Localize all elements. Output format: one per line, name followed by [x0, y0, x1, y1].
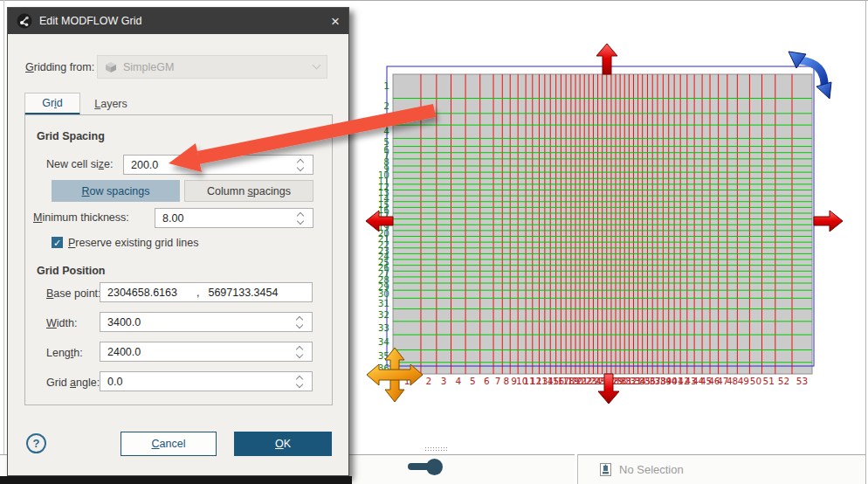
svg-text:3: 3: [441, 376, 447, 386]
window-bottom-shadow: [0, 476, 352, 484]
chevron-down-icon: [313, 61, 321, 70]
svg-text:49: 49: [738, 376, 749, 386]
modflow-grid-preview: 1234567891011121314151617181920212223242…: [378, 66, 814, 386]
length-input[interactable]: 2400.0: [100, 342, 313, 362]
minimum-thickness-label: Minimum thickness:: [33, 211, 129, 224]
grid-spacing-heading: Grid Spacing: [37, 130, 105, 142]
grid-angle-label: Grid angle:: [46, 377, 100, 389]
svg-text:33: 33: [378, 322, 389, 333]
minimum-thickness-input[interactable]: 8.00: [155, 208, 313, 228]
new-cell-size-label: New cell size:: [46, 158, 113, 170]
tab-grid[interactable]: Grid: [24, 93, 80, 115]
column-spacings-button[interactable]: Column spacings: [184, 180, 313, 202]
svg-text:7: 7: [495, 376, 501, 386]
spinner[interactable]: [297, 313, 307, 331]
question-mark-icon: ?: [33, 437, 40, 450]
dialog-title: Edit MODFLOW Grid: [39, 15, 141, 27]
width-label: Width:: [46, 317, 77, 329]
dialog-titlebar[interactable]: Edit MODFLOW Grid ×: [8, 8, 348, 34]
svg-text:8: 8: [503, 376, 509, 386]
svg-text:32: 32: [378, 309, 389, 320]
base-point-label: Base point:: [46, 287, 101, 300]
spinner-down-icon[interactable]: [296, 350, 303, 357]
row-spacings-button[interactable]: Row spacings: [52, 180, 180, 202]
checkmark-icon: ✓: [53, 238, 61, 248]
gridding-from-value: SimpleGM: [123, 61, 174, 73]
preserve-grid-lines-checkbox[interactable]: ✓: [52, 237, 63, 248]
extend-grid-east-arrow[interactable]: [814, 211, 843, 232]
selection-panel: No Selection: [577, 454, 865, 484]
spinner-down-icon[interactable]: [297, 163, 304, 170]
modflow-dialog-icon: [17, 13, 32, 29]
svg-text:2: 2: [426, 376, 432, 386]
new-cell-size-input[interactable]: 200.0: [123, 155, 313, 175]
width-input[interactable]: 3400.0: [100, 312, 313, 332]
spinner-down-icon[interactable]: [296, 380, 303, 387]
tab-layers[interactable]: Layers: [80, 93, 141, 115]
spinner-down-icon[interactable]: [296, 321, 303, 328]
cancel-button[interactable]: Cancel: [121, 432, 217, 456]
close-icon[interactable]: ×: [331, 14, 340, 29]
svg-text:52: 52: [778, 376, 789, 386]
no-selection-label: No Selection: [619, 463, 684, 476]
svg-text:6: 6: [484, 376, 490, 386]
gridding-from-label: Gridding from:: [25, 61, 94, 73]
svg-text:31: 31: [378, 298, 389, 308]
extend-grid-north-arrow[interactable]: [596, 44, 617, 74]
selection-icon: [599, 462, 612, 477]
svg-text:3: 3: [383, 114, 389, 124]
grid-position-heading: Grid Position: [37, 265, 105, 277]
svg-text:48: 48: [727, 376, 738, 386]
spinner[interactable]: [297, 372, 307, 391]
geological-model-icon: [105, 61, 117, 73]
spinner[interactable]: [297, 342, 307, 361]
edit-modflow-grid-dialog: Edit MODFLOW Grid × Gridding from: Simpl…: [7, 7, 349, 476]
svg-text:50: 50: [750, 376, 761, 386]
length-label: Length:: [46, 347, 83, 359]
spinner[interactable]: [298, 209, 308, 227]
svg-text:1: 1: [383, 80, 389, 91]
spinner-down-icon[interactable]: [297, 217, 304, 224]
svg-text:51: 51: [762, 376, 774, 386]
ok-button[interactable]: OK: [234, 432, 332, 456]
svg-text:4: 4: [383, 126, 389, 136]
preserve-grid-lines-label: Preserve existing grid lines: [68, 237, 198, 249]
help-button[interactable]: ?: [26, 433, 46, 453]
panel-drag-handle-icon[interactable]: [424, 446, 447, 452]
svg-text:5: 5: [470, 376, 476, 386]
svg-text:2: 2: [383, 100, 389, 111]
grid-angle-input[interactable]: 0.0: [100, 371, 313, 391]
spinner[interactable]: [298, 156, 308, 174]
svg-text:34: 34: [378, 336, 390, 347]
svg-text:4: 4: [455, 376, 461, 386]
base-point-input[interactable]: 2304658.6163 , 5697133.3454: [100, 282, 313, 302]
svg-text:53: 53: [796, 376, 808, 386]
gridding-from-dropdown[interactable]: SimpleGM: [97, 55, 327, 79]
slider-knob[interactable]: [426, 459, 443, 475]
